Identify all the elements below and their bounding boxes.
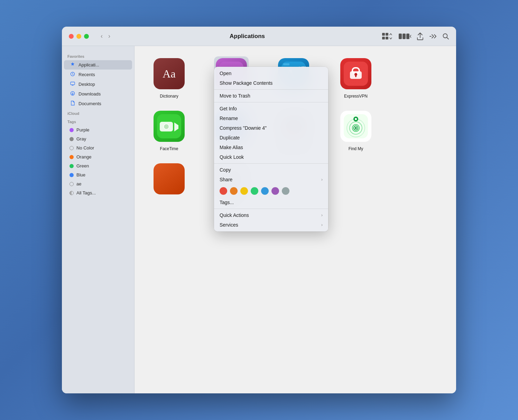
color-dot-green[interactable] bbox=[251, 187, 258, 195]
desktop-label: Desktop bbox=[78, 82, 95, 87]
sidebar-item-documents[interactable]: Documents bbox=[64, 99, 132, 108]
no-color-label: No Color bbox=[76, 145, 94, 150]
nav-buttons: ‹ › bbox=[99, 31, 112, 41]
sidebar-item-gray[interactable]: Gray bbox=[64, 135, 132, 143]
menu-item-compress[interactable]: Compress "Downie 4" bbox=[214, 123, 328, 133]
app-item-findmy[interactable]: Find My bbox=[332, 109, 380, 151]
expressvpn-icon-wrapper bbox=[339, 56, 373, 91]
sidebar-item-desktop[interactable]: Desktop bbox=[64, 80, 132, 89]
svg-rect-1 bbox=[386, 33, 388, 36]
traffic-lights bbox=[69, 34, 89, 39]
menu-item-quick-actions[interactable]: Quick Actions › bbox=[214, 210, 328, 220]
more-icon[interactable] bbox=[429, 34, 437, 39]
menu-item-make-alias[interactable]: Make Alias bbox=[214, 143, 328, 152]
app-item-expressvpn[interactable]: ExpressVPN bbox=[332, 56, 380, 99]
applications-label: Applicati... bbox=[78, 62, 99, 67]
color-dot-purple[interactable] bbox=[271, 187, 279, 195]
sidebar-item-recents[interactable]: Recents bbox=[64, 70, 132, 79]
svg-rect-0 bbox=[382, 33, 385, 36]
svg-rect-5 bbox=[403, 34, 406, 39]
menu-item-rename[interactable]: Rename bbox=[214, 113, 328, 123]
color-dot-blue[interactable] bbox=[261, 187, 269, 195]
icloud-label: iCloud bbox=[62, 109, 134, 117]
menu-item-quick-look[interactable]: Quick Look bbox=[214, 152, 328, 162]
facetime-icon bbox=[154, 111, 185, 142]
recents-label: Recents bbox=[78, 72, 95, 77]
svg-point-43 bbox=[355, 127, 357, 129]
sidebar-item-applications[interactable]: Applicati... bbox=[64, 60, 132, 70]
findmy-name: Find My bbox=[349, 146, 363, 151]
back-button[interactable]: ‹ bbox=[99, 31, 105, 41]
gallery-view-icon[interactable] bbox=[399, 33, 411, 40]
downloads-label: Downloads bbox=[78, 91, 101, 97]
findmy-icon bbox=[340, 111, 371, 142]
recents-icon bbox=[70, 72, 76, 77]
sidebar-item-no-color[interactable]: No Color bbox=[64, 144, 132, 152]
window-title: Applications bbox=[117, 33, 378, 40]
svg-rect-10 bbox=[72, 85, 74, 85]
menu-item-show-package[interactable]: Show Package Contents bbox=[214, 78, 328, 88]
color-dot-yellow[interactable] bbox=[240, 187, 248, 195]
grid-view-icon[interactable] bbox=[382, 33, 393, 40]
applications-icon bbox=[70, 62, 76, 68]
svg-rect-24 bbox=[355, 74, 357, 77]
sidebar-item-green[interactable]: Green bbox=[64, 162, 132, 170]
main-area: Favorites Applicati... Recen bbox=[62, 46, 456, 393]
purple-dot bbox=[70, 128, 74, 132]
dictionary-name: Dictionary bbox=[160, 94, 178, 99]
sidebar-item-orange[interactable]: Orange bbox=[64, 153, 132, 161]
placeholder2-icon bbox=[154, 163, 185, 194]
menu-item-copy[interactable]: Copy bbox=[214, 165, 328, 175]
menu-item-get-info[interactable]: Get Info bbox=[214, 104, 328, 113]
sidebar: Favorites Applicati... Recen bbox=[62, 46, 135, 393]
app-item-facetime[interactable]: FaceTime bbox=[145, 109, 193, 151]
gray-dot bbox=[70, 137, 74, 141]
menu-item-move-trash[interactable]: Move to Trash bbox=[214, 91, 328, 101]
content-area: Aa Dictionary bbox=[135, 46, 456, 393]
fullscreen-button[interactable] bbox=[84, 34, 89, 39]
svg-point-45 bbox=[355, 118, 357, 120]
svg-rect-6 bbox=[406, 34, 409, 39]
separator-4 bbox=[214, 209, 328, 209]
close-button[interactable] bbox=[69, 34, 74, 39]
separator-2 bbox=[214, 102, 328, 102]
sidebar-item-downloads[interactable]: Downloads bbox=[64, 89, 132, 99]
minimize-button[interactable] bbox=[76, 34, 81, 39]
blue-label: Blue bbox=[76, 172, 85, 177]
svg-rect-2 bbox=[382, 37, 385, 39]
menu-item-open[interactable]: Open bbox=[214, 69, 328, 78]
sidebar-item-all-tags[interactable]: All Tags... bbox=[64, 189, 132, 197]
orange-label: Orange bbox=[76, 154, 91, 159]
blue-dot bbox=[70, 173, 74, 177]
gray-label: Gray bbox=[76, 136, 86, 141]
svg-rect-9 bbox=[71, 82, 75, 85]
app-item-placeholder2[interactable] bbox=[145, 162, 193, 204]
menu-item-share[interactable]: Share › bbox=[214, 175, 328, 184]
share-icon[interactable] bbox=[417, 33, 424, 40]
sidebar-item-blue[interactable]: Blue bbox=[64, 171, 132, 179]
sidebar-item-purple[interactable]: Purple bbox=[64, 126, 132, 134]
forward-button[interactable]: › bbox=[106, 31, 112, 41]
color-dot-gray[interactable] bbox=[282, 187, 289, 195]
orange-dot bbox=[70, 155, 74, 159]
sidebar-item-ae[interactable]: ae bbox=[64, 180, 132, 188]
svg-point-7 bbox=[443, 34, 447, 38]
expressvpn-name: ExpressVPN bbox=[344, 94, 368, 99]
color-dot-red[interactable] bbox=[220, 187, 227, 195]
menu-item-tags[interactable]: Tags... bbox=[214, 198, 328, 207]
svg-point-28 bbox=[164, 124, 169, 129]
desktop-icon bbox=[70, 81, 76, 87]
menu-item-services[interactable]: Services › bbox=[214, 220, 328, 230]
menu-item-duplicate[interactable]: Duplicate bbox=[214, 133, 328, 143]
toolbar-icons bbox=[382, 33, 449, 40]
services-chevron: › bbox=[321, 222, 323, 227]
color-dot-orange[interactable] bbox=[230, 187, 238, 195]
placeholder2-icon-wrapper bbox=[152, 162, 186, 196]
green-label: Green bbox=[76, 163, 89, 168]
search-icon[interactable] bbox=[442, 33, 449, 40]
no-color-dot bbox=[70, 146, 74, 150]
app-item-dictionary[interactable]: Aa Dictionary bbox=[145, 56, 193, 99]
context-menu: Open Show Package Contents Move to Trash… bbox=[214, 67, 328, 231]
share-chevron: › bbox=[321, 177, 323, 182]
ae-dot bbox=[70, 182, 74, 186]
